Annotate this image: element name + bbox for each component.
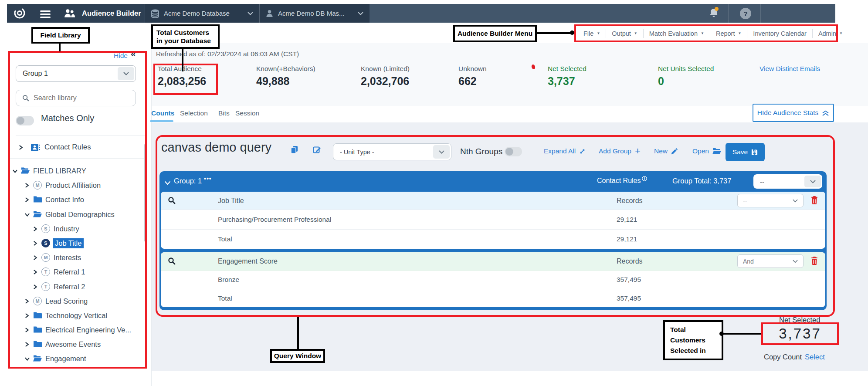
menu-output[interactable]: Output▼ bbox=[606, 30, 643, 37]
collapse-sidebar-icon[interactable]: « bbox=[131, 48, 136, 59]
hide-audience-stats-button[interactable]: HIde Audience Stats bbox=[753, 104, 834, 122]
s-circle-icon: S bbox=[41, 239, 50, 247]
m-circle-icon: M bbox=[41, 253, 50, 262]
sidebar-hide-link[interactable]: Hide bbox=[114, 52, 128, 60]
chevron-right-icon bbox=[18, 145, 23, 150]
stat-net-units-value: 0 bbox=[658, 75, 664, 88]
tab-bits[interactable]: Bits bbox=[218, 109, 230, 117]
chevron-right-icon[interactable] bbox=[24, 313, 29, 318]
chevron-down-icon bbox=[804, 176, 821, 187]
database-selector[interactable]: Acme Demo Database bbox=[145, 4, 259, 23]
info-icon bbox=[642, 175, 647, 183]
search-input[interactable] bbox=[34, 94, 121, 102]
query-block-engagement-score: Engagement Score Records And Bronze 357,… bbox=[161, 252, 825, 307]
trash-icon[interactable] bbox=[811, 196, 818, 206]
trash-icon[interactable] bbox=[811, 257, 818, 267]
app-logo-icon[interactable] bbox=[13, 7, 26, 21]
unit-type-select[interactable]: - Unit Type - bbox=[333, 143, 451, 160]
stat-net-selected-label: Net Selected bbox=[548, 65, 587, 73]
menu-inventory-calendar[interactable]: Inventory Calendar bbox=[747, 30, 812, 37]
caret-down-icon: ▼ bbox=[701, 31, 704, 35]
app-screen: Audience Builder Acme Demo Database Acme… bbox=[0, 0, 868, 386]
menu-admin[interactable]: Admin▼ bbox=[813, 30, 848, 37]
divider bbox=[16, 135, 146, 136]
search-icon[interactable] bbox=[168, 196, 176, 206]
chevron-down-icon bbox=[433, 145, 450, 159]
chevron-down-icon bbox=[248, 12, 253, 15]
t-circle-icon: T bbox=[41, 267, 50, 276]
folder-icon bbox=[33, 326, 42, 335]
app-title: Audience Builder bbox=[82, 9, 141, 17]
chevron-down-icon[interactable] bbox=[164, 179, 171, 187]
contact-rules-label: Contact Rules bbox=[44, 143, 91, 152]
chevron-down-icon[interactable] bbox=[12, 169, 18, 173]
caret-down-icon: ▼ bbox=[634, 31, 637, 35]
menu-match-evaluation[interactable]: Match Evaluation▼ bbox=[644, 30, 710, 37]
menu-report[interactable]: Report▼ bbox=[710, 30, 747, 37]
folder-icon bbox=[33, 340, 42, 349]
tab-session[interactable]: Session bbox=[235, 109, 259, 117]
save-button[interactable]: Save bbox=[726, 143, 765, 161]
group-total: Group Total: 3,737 bbox=[672, 177, 731, 185]
new-query-button[interactable]: New bbox=[654, 147, 678, 155]
divider bbox=[9, 158, 147, 159]
block-records-label: Records bbox=[617, 257, 643, 265]
select-link[interactable]: Select bbox=[805, 353, 825, 361]
person-icon bbox=[266, 10, 273, 17]
sidebar-group-select[interactable]: Group 1 bbox=[16, 65, 136, 82]
tab-selection[interactable]: Selection bbox=[180, 109, 208, 117]
chevron-down-icon[interactable] bbox=[24, 356, 30, 361]
chevron-right-icon[interactable] bbox=[33, 255, 37, 261]
hamburger-menu-icon[interactable] bbox=[40, 9, 51, 20]
sidebar-scrollbar[interactable] bbox=[144, 144, 147, 242]
sidebar-item-contact-rules[interactable]: Contact Rules bbox=[18, 142, 91, 152]
folder-open-icon bbox=[21, 167, 30, 176]
block-records-label: Records bbox=[617, 197, 643, 205]
open-query-button[interactable]: Open bbox=[692, 147, 721, 155]
annotation-label-field-library: Field Library bbox=[31, 27, 90, 44]
block-total-row: Total 357,495 bbox=[161, 289, 825, 307]
stat-known-behaviors-label: Known(+Behaviors) bbox=[256, 65, 315, 73]
matches-only-toggle[interactable] bbox=[16, 116, 34, 125]
chevron-right-icon[interactable] bbox=[24, 197, 29, 203]
chevron-down-icon[interactable] bbox=[24, 212, 30, 217]
notification-badge bbox=[715, 7, 719, 11]
nth-groups-toggle[interactable] bbox=[505, 147, 522, 156]
stat-known-limited-label: Known (Limited) bbox=[361, 65, 410, 73]
chevron-right-icon[interactable] bbox=[33, 269, 37, 275]
annotation-label-menu: Audience Builder Menu bbox=[453, 25, 537, 42]
search-icon[interactable] bbox=[168, 257, 176, 267]
chevron-right-icon[interactable] bbox=[24, 342, 29, 347]
block-operator-select[interactable]: And bbox=[737, 254, 804, 268]
view-distinct-emails-link[interactable]: View Distinct Emails bbox=[760, 65, 820, 73]
group-contact-rules-label[interactable]: Contact Rules bbox=[597, 177, 641, 185]
copy-icon[interactable] bbox=[290, 146, 299, 156]
m-circle-icon: M bbox=[33, 297, 42, 305]
chevron-right-icon[interactable] bbox=[24, 327, 29, 333]
edit-icon[interactable] bbox=[313, 146, 322, 156]
expand-arrows-icon bbox=[579, 148, 586, 155]
user-db-name: Acme Demo DB Mas... bbox=[278, 10, 345, 17]
block-operator-select[interactable]: -- bbox=[737, 194, 804, 207]
expand-all-button[interactable]: Expand All bbox=[544, 147, 586, 155]
stat-total-audience-value: 2,083,256 bbox=[158, 75, 206, 88]
add-group-button[interactable]: Add Group + bbox=[599, 147, 641, 155]
group-options-dots[interactable]: ••• bbox=[204, 175, 212, 182]
notifications-bell-icon[interactable] bbox=[709, 8, 719, 20]
t-circle-icon: T bbox=[41, 282, 50, 291]
user-db-selector[interactable]: Acme Demo DB Mas... bbox=[260, 4, 370, 23]
copy-count-label[interactable]: Copy Count bbox=[764, 353, 802, 361]
chevron-right-icon[interactable] bbox=[33, 226, 37, 232]
group-operator-select[interactable]: -- bbox=[753, 174, 822, 189]
chevron-right-icon[interactable] bbox=[24, 298, 29, 304]
chevron-right-icon[interactable] bbox=[33, 284, 37, 290]
tab-counts[interactable]: Counts bbox=[151, 109, 174, 117]
stat-total-audience-label: Total Audience bbox=[158, 65, 202, 73]
folder-open-icon bbox=[33, 355, 42, 364]
footer-net-selected-value: 3,737 bbox=[761, 322, 839, 345]
help-icon[interactable]: ? bbox=[740, 8, 751, 19]
block-header: Engagement Score Records And bbox=[161, 252, 825, 270]
chevron-right-icon[interactable] bbox=[24, 183, 29, 188]
menu-file[interactable]: File▼ bbox=[578, 30, 606, 37]
chevron-right-icon[interactable] bbox=[33, 240, 37, 246]
